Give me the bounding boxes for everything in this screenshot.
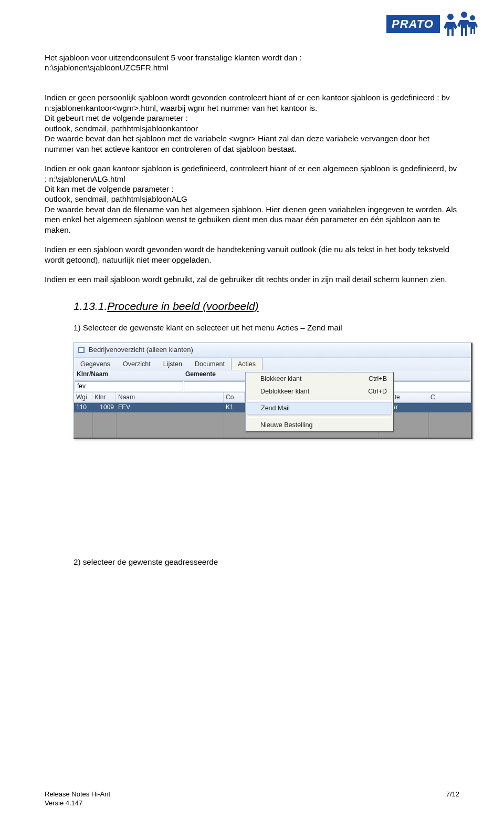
para2-line2: Dit gebeurt met de volgende parameter :	[45, 113, 188, 122]
cell-c	[428, 403, 471, 412]
para1-line2: n:\sjablonen\sjabloonUZC5FR.html	[45, 63, 169, 72]
menubar: Gegevens Overzicht Lijsten Document Acti…	[74, 358, 471, 370]
step-2: 2) selecteer de gewenste geadresseerde	[74, 557, 459, 567]
page-number: 7/12	[446, 790, 459, 808]
menu-item-label: Blokkeer klant	[260, 375, 302, 383]
logo-people-icon	[441, 9, 478, 39]
para2-line1: Indien er geen persoonlijk sjabloon word…	[45, 93, 450, 112]
filter-input-klnrnaam[interactable]: fev	[75, 381, 183, 391]
menu-item-label: Zend Mail	[261, 404, 290, 412]
col-wgi[interactable]: Wgi	[74, 392, 92, 402]
para2-line4: De waarde bevat dan het sjabloon met de …	[45, 134, 429, 153]
document-body: Het sjabloon voor uitzendconsulent 5 voo…	[45, 53, 459, 567]
logo: PRATO	[386, 9, 478, 39]
menu-item-zend-mail[interactable]: Zend Mail	[247, 402, 392, 414]
para3-line4: De waarde bevat dan de filename van het …	[45, 205, 457, 234]
step-1: 1) Selecteer de gewenste klant en select…	[74, 323, 459, 333]
para5: Indien er een mail sjabloon wordt gebrui…	[45, 274, 459, 284]
svg-point-1	[461, 12, 467, 18]
menu-item-nieuwe-bestelling[interactable]: Nieuwe Bestelling	[246, 419, 393, 431]
logo-text: PRATO	[386, 15, 440, 33]
para3-line2: Dit kan met de volgende parameter :	[45, 184, 174, 193]
menu-acties[interactable]: Acties	[231, 358, 262, 370]
menu-item-label: Deblokkeer klant	[260, 387, 309, 396]
embedded-screenshot: Bedrijvenoverzicht (alleen klanten) Gege…	[74, 343, 472, 441]
menu-item-shortcut: Ctrl+B	[369, 375, 387, 383]
col-naam[interactable]: Naam	[116, 392, 224, 402]
heading-number: 1.13.1.	[74, 300, 107, 312]
filter-header-klnrnaam: Klnr/Naam	[74, 370, 184, 380]
menu-gegevens[interactable]: Gegevens	[74, 358, 117, 370]
menu-document[interactable]: Document	[188, 358, 231, 370]
cell-co: K1	[224, 403, 245, 412]
cell-klnr: 1009	[92, 403, 116, 412]
window-title: Bedrijvenoverzicht (alleen klanten)	[89, 346, 193, 355]
menu-item-blokkeer[interactable]: Blokkeer klant Ctrl+B	[246, 372, 393, 385]
footer-version: Versie 4.147	[45, 799, 82, 807]
cell-wgi: 110	[74, 403, 92, 412]
para3-line1: Indien er ook gaan kantoor sjabloon is g…	[45, 164, 457, 183]
menu-item-shortcut: Ctrl+D	[368, 387, 387, 396]
para3-line3: outlook, sendmail, pathhtmlsjabloonALG	[45, 194, 187, 203]
para1-line1: Het sjabloon voor uitzendconsulent 5 voo…	[45, 53, 302, 62]
menu-lijsten[interactable]: Lijsten	[157, 358, 188, 370]
app-icon	[77, 346, 86, 354]
col-co[interactable]: Co	[224, 392, 245, 402]
svg-point-2	[470, 15, 475, 20]
section-heading: 1.13.1.Procedure in beeld (voorbeeld)	[74, 299, 459, 314]
cell-naam: FEV	[116, 403, 224, 412]
menu-item-deblokkeer[interactable]: Deblokkeer klant Ctrl+D	[246, 385, 393, 398]
menu-item-label: Nieuwe Bestelling	[260, 421, 312, 429]
menu-overzicht[interactable]: Overzicht	[117, 358, 157, 370]
col-c[interactable]: C	[428, 392, 471, 402]
para4: Indien er een sjabloon wordt gevonden wo…	[45, 244, 459, 265]
col-klnr[interactable]: Klnr	[92, 392, 116, 402]
heading-text: Procedure in beeld (voorbeeld)	[107, 300, 258, 312]
para2-line3: outlook, sendmail, pathhtmlsjabloonkanto…	[45, 124, 198, 133]
svg-point-0	[447, 14, 454, 20]
window-titlebar: Bedrijvenoverzicht (alleen klanten)	[74, 343, 471, 358]
footer-product: Release Notes Hi-Ant	[45, 790, 110, 798]
page-footer: Release Notes Hi-Ant Versie 4.147 7/12	[45, 790, 459, 808]
svg-rect-4	[79, 348, 83, 352]
acties-dropdown: Blokkeer klant Ctrl+B Deblokkeer klant C…	[245, 372, 394, 432]
